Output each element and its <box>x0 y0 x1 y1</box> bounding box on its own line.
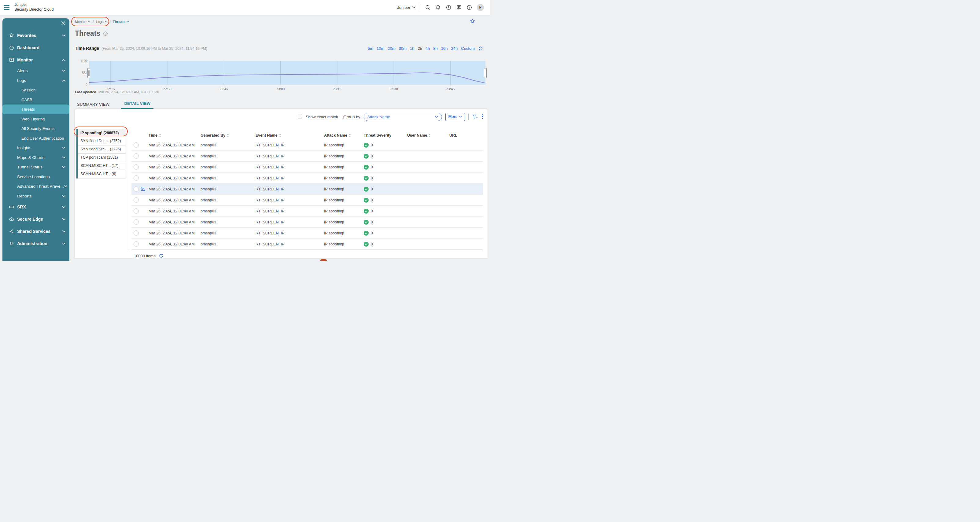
feedback-chat-icon[interactable] <box>456 5 462 10</box>
table-row[interactable]: Mar 26, 2024, 12:01:42 AMpmsnp03RT_SCREE… <box>132 173 483 184</box>
sidebar-item-all-security-events[interactable]: All Security Events <box>2 124 69 134</box>
sidebar-item-web-filtering[interactable]: Web Filtering <box>2 114 69 124</box>
row-radio[interactable] <box>134 153 139 159</box>
show-exact-match-checkbox[interactable] <box>298 115 302 119</box>
brush-handle-right[interactable] <box>484 68 487 78</box>
time-preset-30m[interactable]: 30m <box>399 46 407 51</box>
tab-detail-view[interactable]: DETAIL VIEW <box>121 101 153 109</box>
brush-handle-left[interactable] <box>88 68 90 78</box>
sidebar-item-administration[interactable]: Administration <box>2 237 69 250</box>
sidebar-item-maps-charts[interactable]: Maps & Charts <box>2 153 69 162</box>
column-header-attack-name[interactable]: Attack Name <box>321 133 361 137</box>
row-radio[interactable] <box>134 175 139 181</box>
group-item-ip-spoofing-286872[interactable]: IP spoofing! (286872) <box>78 129 126 137</box>
account-selector[interactable]: Juniper <box>397 5 415 10</box>
table-row[interactable]: Mar 26, 2024, 12:01:40 AMpmsnp03RT_SCREE… <box>132 217 483 228</box>
sort-icon[interactable] <box>349 134 351 137</box>
breadcrumb-item-monitor[interactable]: Monitor <box>75 20 91 24</box>
time-preset-16h[interactable]: 16h <box>441 46 448 51</box>
column-header-user-name[interactable]: User Name <box>405 133 447 137</box>
sort-icon[interactable] <box>159 134 161 137</box>
sidebar-item-insights[interactable]: Insights <box>2 143 69 153</box>
row-radio[interactable] <box>134 231 139 236</box>
time-preset-1h[interactable]: 1h <box>410 46 414 51</box>
tab-summary-view[interactable]: SUMMARY VIEW <box>76 102 110 109</box>
column-header-event-name[interactable]: Event Name <box>253 133 321 137</box>
breadcrumb-item-logs[interactable]: Logs <box>96 20 108 24</box>
sidebar-item-favorites[interactable]: Favorites <box>2 29 69 41</box>
sort-icon[interactable] <box>428 134 431 137</box>
group-item-scan-misc-ht-17[interactable]: SCAN:MISC:HT... (17) <box>78 162 126 170</box>
sidebar-item-shared-services[interactable]: Shared Services <box>2 225 69 237</box>
severity-value: 0 <box>371 209 373 213</box>
column-header-time[interactable]: Time <box>146 133 198 137</box>
time-preset-24h[interactable]: 24h <box>451 46 458 51</box>
row-radio[interactable] <box>134 186 139 192</box>
table-row[interactable]: Mar 26, 2024, 12:01:40 AMpmsnp03RT_SCREE… <box>132 228 483 239</box>
favorite-star-icon[interactable] <box>469 18 475 24</box>
sidebar-item-advanced-threat-preve[interactable]: Advanced Threat Preve... <box>2 181 69 191</box>
close-icon[interactable] <box>61 21 65 25</box>
page-help-icon[interactable]: ? <box>103 31 108 36</box>
notifications-bell-icon[interactable] <box>435 5 441 10</box>
sidebar-item-dashboard[interactable]: Dashboard <box>2 41 69 54</box>
sidebar-item-secure-edge[interactable]: Secure Edge <box>2 213 69 225</box>
refresh-icon[interactable] <box>159 253 164 258</box>
time-preset-5m[interactable]: 5m <box>368 46 373 51</box>
search-icon[interactable] <box>425 5 431 10</box>
sidebar-item-tunnel-status[interactable]: Tunnel Status <box>2 162 69 172</box>
row-radio[interactable] <box>134 220 139 224</box>
table-row[interactable]: Mar 26, 2024, 12:01:42 AMpmsnp03RT_SCREE… <box>132 151 483 162</box>
sidebar-item-label: Tunnel Status <box>17 165 43 169</box>
group-item-scan-misc-ht-6[interactable]: SCAN:MISC:HT... (6) <box>78 170 126 178</box>
table-row[interactable]: Mar 26, 2024, 12:01:42 AMpmsnp03RT_SCREE… <box>132 184 483 195</box>
cell-generated-by: pmsnp03 <box>198 154 253 158</box>
time-preset-20m[interactable]: 20m <box>388 46 395 51</box>
group-item-tcp-port-scan-1581[interactable]: TCP port scan! (1581) <box>78 154 126 162</box>
time-preset-4h[interactable]: 4h <box>425 46 430 51</box>
table-row[interactable]: Mar 26, 2024, 12:01:40 AMpmsnp03RT_SCREE… <box>132 206 483 217</box>
sidebar-item-threats[interactable]: Threats <box>2 105 69 114</box>
more-button[interactable]: More <box>445 113 465 121</box>
sort-icon[interactable] <box>227 134 229 137</box>
sidebar-item-monitor[interactable]: Monitor <box>2 54 69 66</box>
table-row[interactable]: Mar 26, 2024, 12:01:40 AMpmsnp03RT_SCREE… <box>132 195 483 206</box>
group-item-syn-flood-src-2225[interactable]: SYN flood Src-... (2225) <box>78 145 126 154</box>
table-row[interactable]: Mar 26, 2024, 12:01:42 AMpmsnp03RT_SCREE… <box>132 140 483 151</box>
row-radio[interactable] <box>134 197 139 203</box>
row-radio[interactable] <box>134 164 139 170</box>
user-avatar[interactable]: P <box>477 4 484 11</box>
events-timeline-chart[interactable] <box>89 61 485 85</box>
sidebar-item-logs[interactable]: Logs <box>2 76 69 86</box>
group-by-select[interactable]: Attack Name <box>364 113 442 121</box>
history-clock-icon[interactable] <box>445 5 452 10</box>
hamburger-menu-icon[interactable] <box>4 5 10 10</box>
time-preset-2h[interactable]: 2h <box>418 46 422 51</box>
row-radio[interactable] <box>134 242 139 247</box>
refresh-icon[interactable] <box>478 46 483 51</box>
time-preset-custom[interactable]: Custom <box>461 46 475 51</box>
time-preset-10m[interactable]: 10m <box>377 46 384 51</box>
row-radio[interactable] <box>134 208 139 213</box>
sidebar-item-end-user-authentication[interactable]: End User Authentication <box>2 134 69 143</box>
more-menu-kebab-icon[interactable] <box>481 114 484 119</box>
row-radio[interactable] <box>134 142 139 148</box>
table-row[interactable]: Mar 26, 2024, 12:01:42 AMpmsnp03RT_SCREE… <box>132 162 483 173</box>
sidebar-item-service-locations[interactable]: Service Locations <box>2 172 69 182</box>
sort-icon[interactable] <box>279 134 281 137</box>
sidebar-item-reports[interactable]: Reports <box>2 191 69 201</box>
show-exact-match-label: Show exact match <box>305 115 338 119</box>
filter-funnel-icon[interactable] <box>472 114 478 120</box>
column-header-generated-by[interactable]: Generated By <box>198 133 253 137</box>
cell-time: Mar 26, 2024, 12:01:42 AM <box>146 165 198 169</box>
table-row[interactable]: Mar 26, 2024, 12:01:40 AMpmsnp03RT_SCREE… <box>132 239 483 250</box>
time-preset-8h[interactable]: 8h <box>433 46 438 51</box>
sidebar-item-casb[interactable]: CASB <box>2 95 69 105</box>
help-icon[interactable]: ? <box>466 5 472 10</box>
sidebar-item-alerts[interactable]: Alerts <box>2 66 69 76</box>
group-item-syn-flood-dst-2752[interactable]: SYN flood Dst-... (2752) <box>78 137 126 145</box>
sidebar-item-session[interactable]: Session <box>2 85 69 95</box>
sidebar-item-srx[interactable]: SRX <box>2 201 69 213</box>
row-detail-document-icon[interactable] <box>140 186 145 192</box>
breadcrumb-item-threats[interactable]: Threats <box>113 20 130 24</box>
